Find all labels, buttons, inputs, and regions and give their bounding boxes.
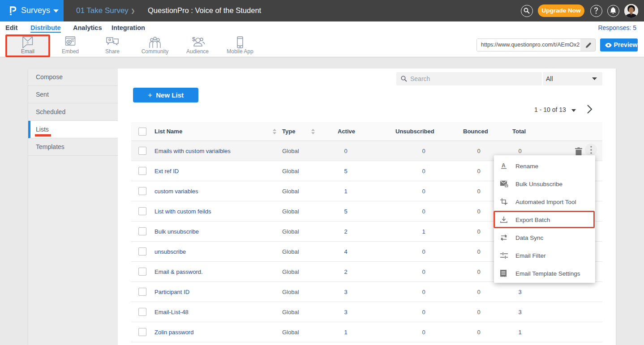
svg-text:A: A bbox=[502, 162, 506, 169]
svg-text:$: $ bbox=[192, 36, 196, 43]
